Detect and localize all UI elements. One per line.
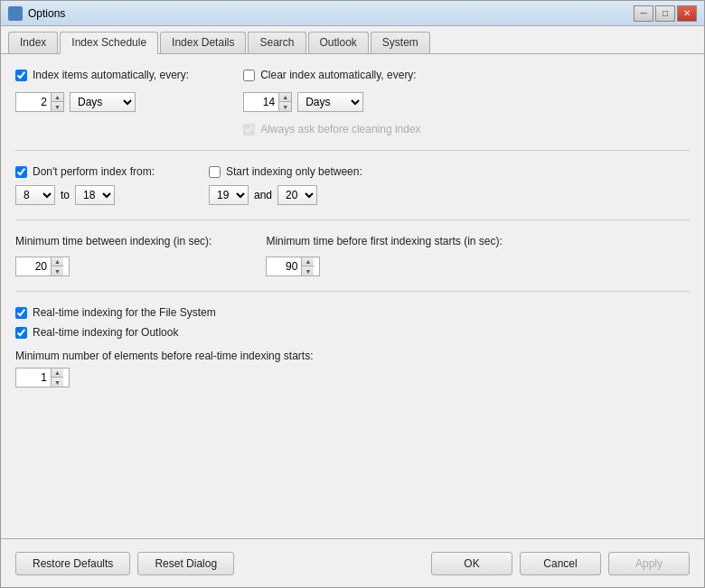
close-button[interactable]: ✕: [677, 5, 697, 22]
min-elements-spinbtns: ▲ ▼: [51, 369, 63, 387]
maximize-button[interactable]: □: [655, 5, 675, 22]
section2-row: Don't perform index from: 8 0123 4567 91…: [15, 165, 690, 205]
min-elements-spinbox: ▲ ▼: [15, 368, 70, 387]
footer-left: Restore Defaults Reset Dialog: [15, 552, 234, 575]
min-elements-down[interactable]: ▼: [51, 378, 63, 387]
min-elements-value[interactable]: [16, 369, 51, 387]
clear-index-label: Clear index automatically, every:: [260, 69, 417, 81]
min-first-up[interactable]: ▲: [301, 257, 314, 266]
min-first-col: Minimum time before first indexing start…: [266, 235, 502, 276]
auto-index-down[interactable]: ▼: [51, 102, 63, 111]
and-label: and: [254, 189, 272, 201]
no-index-check-row: Don't perform index from:: [15, 165, 155, 178]
min-elements-label: Minimum number of elements before real-t…: [15, 350, 313, 362]
to-label: to: [61, 189, 70, 201]
window-title: Options: [28, 7, 65, 20]
auto-index-col: Index items automatically, every: ▲ ▼ Da…: [15, 69, 189, 135]
start-index-to-select[interactable]: 20 0123 19212223: [277, 185, 317, 205]
start-index-checkbox[interactable]: [209, 166, 221, 178]
min-between-spinbtns: ▲ ▼: [51, 257, 63, 275]
section-index-time: Don't perform index from: 8 0123 4567 91…: [15, 165, 690, 220]
start-index-check-row: Start indexing only between:: [209, 165, 362, 178]
min-between-value[interactable]: [16, 257, 51, 275]
clear-index-spinbtns: ▲ ▼: [278, 93, 291, 111]
min-elements-section: Minimum number of elements before real-t…: [15, 350, 690, 387]
start-index-from-select[interactable]: 19 0123 20212223: [209, 185, 249, 205]
min-first-value[interactable]: [267, 257, 301, 275]
clear-index-value[interactable]: [244, 93, 278, 111]
auto-index-unit[interactable]: Days Minutes Hours Weeks: [70, 92, 136, 112]
realtime-fs-label: Real-time indexing for the File System: [33, 306, 216, 319]
tab-system[interactable]: System: [371, 32, 430, 53]
window-icon: [8, 6, 23, 21]
start-index-col: Start indexing only between: 19 0123 202…: [209, 165, 362, 205]
tab-search[interactable]: Search: [248, 32, 306, 53]
auto-index-spinbtns: ▲ ▼: [51, 93, 63, 111]
no-index-col: Don't perform index from: 8 0123 4567 91…: [15, 165, 155, 205]
min-first-spinbtns: ▲ ▼: [301, 257, 314, 275]
no-index-checkbox[interactable]: [15, 166, 27, 178]
titlebar-left: Options: [8, 6, 65, 21]
section-realtime: Real-time indexing for the File System R…: [15, 306, 690, 402]
footer: Restore Defaults Reset Dialog OK Cancel …: [1, 538, 704, 587]
start-index-label: Start indexing only between:: [226, 165, 362, 178]
min-between-down[interactable]: ▼: [51, 266, 63, 275]
auto-index-check-row: Index items automatically, every:: [15, 69, 189, 81]
always-ask-checkbox: [243, 124, 255, 135]
no-index-label: Don't perform index from:: [33, 165, 155, 178]
reset-dialog-button[interactable]: Reset Dialog: [137, 552, 234, 575]
tab-index-schedule[interactable]: Index Schedule: [60, 32, 158, 54]
min-between-label: Minimum time between indexing (in sec):: [15, 235, 212, 247]
restore-defaults-button[interactable]: Restore Defaults: [15, 552, 130, 575]
auto-index-value[interactable]: [16, 93, 51, 111]
auto-index-input-row: ▲ ▼ Days Minutes Hours Weeks: [15, 92, 189, 112]
clear-index-up[interactable]: ▲: [278, 93, 291, 102]
realtime-outlook-label: Real-time indexing for Outlook: [33, 326, 178, 339]
ok-button[interactable]: OK: [431, 552, 512, 575]
clear-index-unit[interactable]: Days Minutes Hours Weeks: [297, 92, 363, 112]
start-index-from-to: 19 0123 20212223 and 20 0123 19212223: [209, 185, 362, 205]
realtime-outlook-checkbox[interactable]: [15, 327, 27, 339]
content-area: Index items automatically, every: ▲ ▼ Da…: [1, 54, 704, 538]
section-min-time: Minimum time between indexing (in sec): …: [15, 235, 690, 292]
titlebar-buttons: ─ □ ✕: [634, 5, 697, 22]
min-first-down[interactable]: ▼: [301, 266, 314, 275]
min-between-spinbox: ▲ ▼: [15, 257, 70, 276]
clear-index-down[interactable]: ▼: [278, 102, 291, 111]
auto-index-up[interactable]: ▲: [51, 93, 63, 102]
section1-row: Index items automatically, every: ▲ ▼ Da…: [15, 69, 690, 135]
clear-index-col: Clear index automatically, every: ▲ ▼ Da…: [243, 69, 420, 135]
no-index-from-select[interactable]: 8 0123 4567 9101112: [15, 185, 55, 205]
apply-button[interactable]: Apply: [608, 552, 690, 575]
clear-index-input-row: ▲ ▼ Days Minutes Hours Weeks: [243, 92, 420, 112]
tab-index[interactable]: Index: [8, 32, 58, 53]
min-first-spinbox: ▲ ▼: [266, 257, 320, 276]
tab-outlook[interactable]: Outlook: [308, 32, 369, 53]
section3-row: Minimum time between indexing (in sec): …: [15, 235, 690, 276]
cancel-button[interactable]: Cancel: [520, 552, 601, 575]
auto-index-spinbox: ▲ ▼: [15, 92, 64, 112]
no-index-to-select[interactable]: 18 13141516 17192021 2223: [75, 185, 115, 205]
always-ask-row: Always ask before cleaning index: [243, 123, 420, 135]
footer-right: OK Cancel Apply: [431, 552, 690, 575]
tab-index-details[interactable]: Index Details: [160, 32, 246, 53]
tab-bar: Index Index Schedule Index Details Searc…: [1, 26, 704, 54]
options-window: Options ─ □ ✕ Index Index Schedule Index…: [0, 0, 705, 588]
minimize-button[interactable]: ─: [634, 5, 653, 22]
auto-index-label: Index items automatically, every:: [33, 69, 189, 81]
titlebar: Options ─ □ ✕: [1, 1, 704, 26]
clear-index-spinbox: ▲ ▼: [243, 92, 292, 112]
no-index-from-to: 8 0123 4567 9101112 to 18 13141516 17192…: [15, 185, 155, 205]
min-elements-up[interactable]: ▲: [51, 369, 63, 378]
clear-index-check-row: Clear index automatically, every:: [243, 69, 420, 81]
min-between-up[interactable]: ▲: [51, 257, 63, 266]
section-auto-index: Index items automatically, every: ▲ ▼ Da…: [15, 69, 690, 151]
min-first-label: Minimum time before first indexing start…: [266, 235, 502, 247]
auto-index-checkbox[interactable]: [15, 70, 27, 81]
realtime-fs-checkbox[interactable]: [15, 307, 27, 319]
always-ask-label: Always ask before cleaning index: [260, 123, 420, 135]
clear-index-checkbox[interactable]: [243, 70, 255, 81]
realtime-outlook-row: Real-time indexing for Outlook: [15, 326, 690, 339]
min-between-col: Minimum time between indexing (in sec): …: [15, 235, 212, 276]
realtime-fs-row: Real-time indexing for the File System: [15, 306, 690, 319]
